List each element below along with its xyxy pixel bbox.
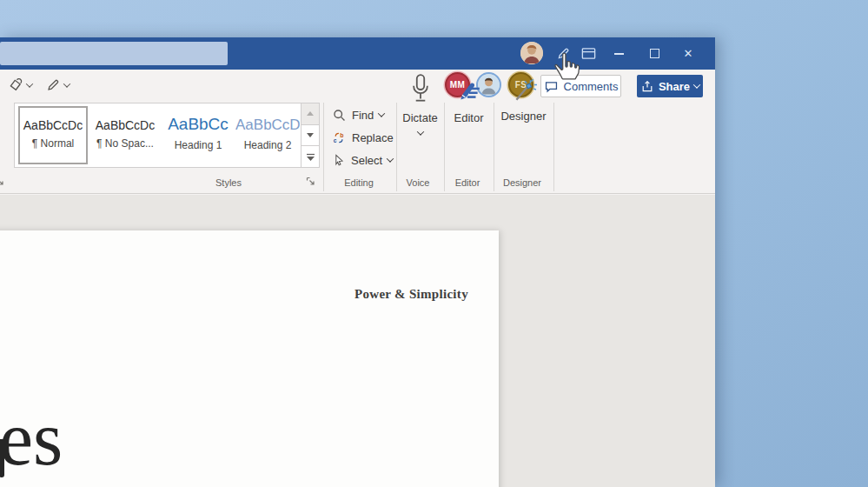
styles-gallery: AaBbCcDc ¶ Normal AaBbCcDc ¶ No Spac... … xyxy=(14,103,320,168)
style-preview: AaBbCcD xyxy=(235,117,300,134)
ribbon-display-options-icon[interactable] xyxy=(579,44,598,63)
pen-dropdown-button[interactable] xyxy=(45,75,70,96)
styles-dialog-launcher-icon[interactable] xyxy=(306,177,316,187)
chevron-down-icon xyxy=(63,80,70,87)
dictate-label: Dictate xyxy=(402,111,437,124)
share-button[interactable]: Share xyxy=(637,75,703,97)
select-button[interactable]: Select xyxy=(332,150,393,170)
select-label: Select xyxy=(351,154,382,167)
style-preview: AaBbCcDc xyxy=(91,118,159,132)
share-icon xyxy=(640,79,654,93)
chevron-down-icon xyxy=(26,80,33,87)
maximize-icon xyxy=(650,49,659,58)
group-label-designer: Designer xyxy=(487,177,557,188)
magic-wand-icon xyxy=(511,77,537,103)
brush-dropdown-button[interactable] xyxy=(7,75,32,96)
chevron-down-icon xyxy=(416,128,423,135)
svg-text:b: b xyxy=(340,131,343,137)
editing-pen-icon[interactable] xyxy=(553,44,573,63)
triangle-up-icon xyxy=(307,111,314,116)
clipped-letter-fragment xyxy=(0,439,4,477)
person-photo-icon xyxy=(520,42,543,64)
style-item-heading1[interactable]: AaBbCc Heading 1 xyxy=(162,106,234,164)
svg-text:c: c xyxy=(334,137,337,143)
find-button[interactable]: Find xyxy=(332,104,384,125)
close-button[interactable]: ✕ xyxy=(677,43,699,64)
cursor-arrow-icon xyxy=(332,153,346,167)
dictate-button[interactable]: Dictate xyxy=(396,70,444,165)
find-label: Find xyxy=(352,109,374,122)
style-item-normal[interactable]: AaBbCcDc ¶ Normal xyxy=(18,106,88,164)
chevron-down-icon xyxy=(693,81,700,88)
editor-button[interactable]: Editor xyxy=(444,70,494,165)
style-preview: AaBbCc xyxy=(162,115,234,134)
style-label: ¶ Normal xyxy=(20,137,86,150)
minimize-button[interactable] xyxy=(607,43,630,64)
style-item-no-spacing[interactable]: AaBbCcDc ¶ No Spac... xyxy=(91,106,159,164)
account-avatar[interactable] xyxy=(520,42,543,64)
replace-label: Replace xyxy=(352,131,394,144)
brush-icon xyxy=(7,77,23,94)
designer-button[interactable]: Designer xyxy=(494,70,553,165)
document-title-fragment: es xyxy=(0,401,63,477)
minimize-icon xyxy=(614,53,624,55)
share-label: Share xyxy=(659,80,690,93)
style-item-heading2[interactable]: AaBbCcD Heading 2 xyxy=(235,106,300,164)
gallery-more-button[interactable] xyxy=(301,146,319,167)
dialog-launcher-icon[interactable] xyxy=(0,177,5,187)
pencil-icon xyxy=(45,77,61,93)
title-bar: ✕ xyxy=(0,37,715,70)
comments-label: Comments xyxy=(564,80,619,93)
ribbon: MM FS Comments xyxy=(0,70,715,194)
replace-icon: b c xyxy=(332,130,347,145)
designer-label: Designer xyxy=(500,110,546,123)
titlebar-search-box[interactable] xyxy=(0,42,228,65)
word-window: ✕ MM xyxy=(0,37,715,487)
triangle-down-icon xyxy=(307,133,314,137)
desktop: ✕ MM xyxy=(0,0,868,487)
document-area: Power & Simplicity es xyxy=(0,195,715,487)
gallery-scrollbar xyxy=(301,103,319,167)
gallery-scroll-up-button[interactable] xyxy=(301,103,319,125)
close-icon: ✕ xyxy=(684,47,693,60)
chevron-down-icon xyxy=(378,110,385,117)
editor-pen-icon xyxy=(456,79,482,105)
style-label: Heading 1 xyxy=(162,139,234,151)
style-label: ¶ No Spac... xyxy=(91,137,159,150)
gallery-expand-icon xyxy=(307,153,315,161)
style-preview: AaBbCcDc xyxy=(20,118,86,132)
style-label: Heading 2 xyxy=(235,139,300,151)
maximize-button[interactable] xyxy=(643,43,666,64)
editor-label: Editor xyxy=(454,111,484,124)
search-icon xyxy=(332,108,347,123)
gallery-scroll-down-button[interactable] xyxy=(301,125,319,147)
replace-button[interactable]: b c Replace xyxy=(332,127,394,148)
document-page[interactable]: Power & Simplicity es xyxy=(0,230,499,487)
group-label-styles: Styles xyxy=(156,177,301,188)
document-header-text: Power & Simplicity xyxy=(354,287,468,302)
chevron-down-icon xyxy=(387,155,394,162)
microphone-icon xyxy=(409,73,432,106)
